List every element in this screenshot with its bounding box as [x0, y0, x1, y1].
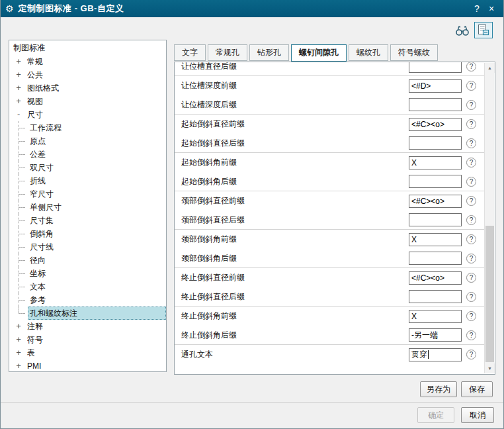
field-help-icon[interactable]: ?	[466, 215, 476, 225]
field-help-icon[interactable]: ?	[466, 254, 476, 263]
field-help-icon[interactable]: ?	[466, 330, 476, 340]
field-help-icon[interactable]: ?	[466, 177, 476, 187]
expand-icon[interactable]: +	[15, 359, 22, 372]
field-input-4[interactable]	[409, 136, 462, 150]
field-help-icon[interactable]: ?	[466, 119, 476, 129]
expand-icon[interactable]: +	[15, 81, 22, 95]
tree-item-20[interactable]: +注释	[9, 320, 166, 333]
tree-item-23[interactable]: +PMI	[9, 359, 166, 372]
tree-item-21[interactable]: +符号	[9, 333, 166, 346]
tree-item-19[interactable]: 孔和螺纹标注	[9, 307, 166, 320]
field-input-13[interactable]: X	[409, 310, 462, 323]
field-label: 让位槽深度后缀	[181, 99, 409, 111]
field-help-icon[interactable]: ?	[466, 100, 476, 110]
tree-item-13[interactable]: 倒斜角	[9, 227, 166, 240]
field-label: 起始倒斜角前缀	[181, 157, 409, 168]
help-button[interactable]: ?	[470, 3, 484, 14]
tree-item-6[interactable]: 原点	[9, 134, 166, 148]
expand-icon[interactable]: +	[15, 55, 22, 68]
field-help-icon[interactable]: ?	[466, 196, 476, 206]
expand-icon[interactable]: +	[15, 333, 22, 346]
field-input-3[interactable]: <#C><o>	[409, 118, 462, 131]
tree-item-0[interactable]: +常规	[9, 55, 166, 68]
field-help-icon[interactable]: ?	[466, 158, 476, 167]
expand-icon[interactable]: +	[15, 320, 22, 333]
form-row-13: 终止倒斜角前缀X?	[175, 307, 484, 326]
tree-item-11[interactable]: 单侧尺寸	[9, 201, 166, 214]
tree-item-label: 尺寸	[25, 108, 166, 121]
tree-item-18[interactable]: 参考	[9, 293, 166, 307]
tree-item-2[interactable]: +图纸格式	[9, 81, 166, 95]
vertical-scrollbar[interactable]: ▲ ▼	[484, 63, 494, 373]
tree-item-22[interactable]: +表	[9, 346, 166, 359]
expand-icon[interactable]: +	[15, 68, 22, 81]
tree-item-4[interactable]: -尺寸	[9, 108, 166, 121]
tree-item-7[interactable]: 公差	[9, 148, 166, 161]
tab-5[interactable]: 符号螺纹	[390, 44, 438, 61]
find-button[interactable]	[453, 22, 472, 38]
form-row-4: 起始倒斜直径后缀?	[175, 134, 484, 153]
form-row-8: 颈部倒斜直径后缀?	[175, 211, 484, 230]
tree-item-1[interactable]: +公共	[9, 68, 166, 81]
tab-4[interactable]: 螺纹孔	[349, 44, 388, 61]
field-value: <#C><o>	[411, 197, 444, 206]
expand-icon[interactable]: +	[15, 95, 22, 108]
customize-standard-button[interactable]	[474, 22, 493, 38]
save-as-button[interactable]: 另存为	[420, 381, 457, 397]
hole-callout-form-panel: 让位槽直径后缀?让位槽深度前缀<#D>?让位槽深度后缀?起始倒斜直径前缀<#C>…	[174, 62, 495, 375]
field-input-6[interactable]	[409, 175, 462, 188]
tree-item-3[interactable]: +视图	[9, 95, 166, 108]
tree-item-5[interactable]: 工作流程	[9, 121, 166, 134]
scroll-thumb[interactable]	[485, 226, 494, 362]
field-input-2[interactable]	[409, 98, 462, 111]
toolbar	[453, 22, 493, 38]
collapse-icon[interactable]: -	[15, 108, 22, 121]
field-help-icon[interactable]: ?	[466, 81, 476, 91]
field-input-14[interactable]: -另一端	[409, 328, 462, 342]
tree-item-17[interactable]: 文本	[9, 280, 166, 293]
dialog-window: ⚙ 定制制图标准 - GB-自定义 ? ×	[0, 0, 504, 429]
tree-item-10[interactable]: 窄尺寸	[9, 187, 166, 201]
scroll-down-icon[interactable]: ▼	[485, 363, 495, 373]
field-help-icon[interactable]: ?	[466, 350, 476, 359]
tab-3[interactable]: 螺钉间隙孔	[291, 44, 347, 62]
field-help-icon[interactable]: ?	[466, 234, 476, 244]
document-settings-icon	[477, 24, 490, 36]
tree-item-label: 尺寸线	[28, 240, 166, 254]
field-input-9[interactable]: X	[409, 233, 462, 246]
close-button[interactable]: ×	[484, 3, 499, 14]
expand-icon[interactable]: +	[15, 346, 22, 359]
field-input-5[interactable]: X	[409, 156, 462, 169]
field-input-15[interactable]: 贯穿	[409, 348, 462, 361]
field-help-icon[interactable]: ?	[466, 292, 476, 302]
field-input-7[interactable]: <#C><o>	[409, 195, 462, 208]
tree-item-label: 单侧尺寸	[28, 201, 166, 214]
field-label: 让位槽直径后缀	[181, 62, 409, 72]
tree-item-12[interactable]: 尺寸集	[9, 214, 166, 227]
field-input-0[interactable]	[409, 62, 462, 73]
tree-item-15[interactable]: 径向	[9, 254, 166, 267]
tree-item-9[interactable]: 折线	[9, 174, 166, 187]
cancel-button[interactable]: 取消	[461, 407, 494, 423]
field-label: 颈部倒斜直径前缀	[181, 195, 409, 207]
tree-root-label: 制图标准	[9, 40, 166, 55]
field-help-icon[interactable]: ?	[466, 273, 476, 283]
field-help-icon[interactable]: ?	[466, 311, 476, 321]
scroll-up-icon[interactable]: ▲	[485, 63, 495, 73]
field-input-11[interactable]: <#C><o>	[409, 271, 462, 285]
field-help-icon[interactable]: ?	[466, 62, 476, 72]
tree-item-14[interactable]: 尺寸线	[9, 240, 166, 254]
tree-item-16[interactable]: 坐标	[9, 267, 166, 280]
tree-item-label: 常规	[25, 55, 166, 68]
save-button[interactable]: 保存	[461, 381, 493, 397]
tab-1[interactable]: 常规孔	[208, 44, 247, 61]
form-row-11: 终止倒斜直径前缀<#C><o>?	[175, 268, 484, 287]
tab-0[interactable]: 文字	[174, 44, 206, 61]
field-input-10[interactable]	[409, 252, 462, 265]
field-input-8[interactable]	[409, 213, 462, 226]
field-input-1[interactable]: <#D>	[409, 79, 462, 93]
tree-item-8[interactable]: 双尺寸	[9, 161, 166, 174]
field-input-12[interactable]	[409, 290, 462, 303]
tab-2[interactable]: 钻形孔	[249, 44, 289, 61]
field-help-icon[interactable]: ?	[466, 138, 476, 148]
